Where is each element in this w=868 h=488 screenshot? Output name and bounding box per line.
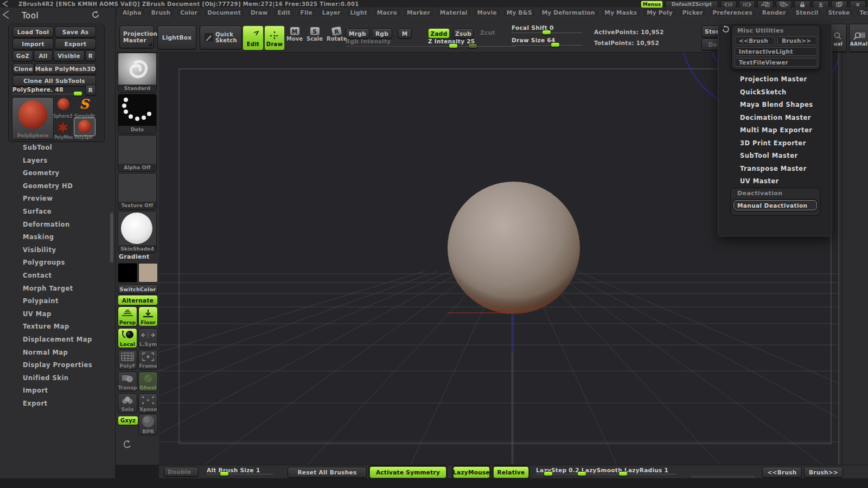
- misc-brush-prev-button[interactable]: <<Brush: [735, 36, 775, 45]
- brush-selector[interactable]: Standard: [118, 53, 157, 93]
- zplugin-item[interactable]: Maya Blend Shapes: [718, 99, 832, 112]
- zplugin-item[interactable]: 3D Print Exporter: [718, 137, 832, 150]
- thumb-simplebrush[interactable]: S: [75, 96, 93, 111]
- restore-icon[interactable]: [831, 1, 847, 8]
- all-button[interactable]: All: [34, 50, 53, 61]
- menu-item[interactable]: Texture: [856, 8, 868, 17]
- menus-button[interactable]: Menus: [641, 1, 663, 8]
- floor-button[interactable]: Floor: [138, 306, 158, 326]
- gxyz-button[interactable]: Gxyz: [118, 416, 138, 425]
- zsub-button[interactable]: Zsub: [453, 28, 474, 38]
- tool-subpalette-item[interactable]: Masking: [0, 231, 108, 244]
- menu-item[interactable]: My Masks: [601, 8, 642, 17]
- tool-scrollbar[interactable]: [110, 213, 113, 262]
- menu-item[interactable]: Picker: [678, 8, 707, 17]
- transp-button[interactable]: Transp: [118, 371, 137, 391]
- lock-icon[interactable]: [794, 1, 810, 8]
- dropdown-refresh-icon[interactable]: [722, 25, 730, 33]
- move-button[interactable]: M Move: [286, 27, 303, 42]
- double-button[interactable]: Double: [164, 467, 199, 477]
- slider-r-button[interactable]: R: [85, 85, 96, 95]
- load-tool-button[interactable]: Load Tool: [12, 27, 54, 37]
- back-color-swatch[interactable]: [138, 263, 158, 282]
- alpha-selector[interactable]: Alpha Off: [118, 135, 157, 172]
- zplugin-item[interactable]: QuickSketch: [718, 86, 832, 99]
- draw-size-slider[interactable]: Draw Size 64: [512, 37, 582, 46]
- lazy-sliders[interactable]: LazyStep 0.2 LazySmooth LazyRadius 1: [536, 467, 676, 474]
- scroll-left-icon[interactable]: [720, 1, 737, 8]
- bpr-button[interactable]: BPR: [138, 414, 158, 435]
- thumb-sphere3[interactable]: [55, 98, 72, 112]
- clone-all-subtools-button[interactable]: Clone All SubTools: [12, 75, 96, 86]
- tool-subpalette-item[interactable]: Displacement Map: [0, 333, 108, 346]
- lightbox-button[interactable]: LightBox: [157, 25, 196, 49]
- zplugin-item[interactable]: Transpose Master: [718, 163, 832, 176]
- lazysmooth-handle[interactable]: [577, 471, 586, 476]
- rgb-button[interactable]: Rgb: [372, 28, 392, 38]
- tool-subpalette-item[interactable]: Layers: [0, 155, 108, 168]
- menu-item[interactable]: My Poly: [642, 8, 677, 17]
- tool-subpalette-item[interactable]: Morph Target: [0, 282, 108, 296]
- menu-item[interactable]: Alpha: [118, 8, 146, 17]
- menu-item[interactable]: Stencil: [792, 8, 823, 17]
- tool-subpalette-item[interactable]: Geometry: [0, 167, 108, 180]
- interactive-light-button[interactable]: InteractiveLight: [735, 47, 818, 56]
- zcut-button[interactable]: Zcut: [480, 29, 495, 36]
- ghost-button[interactable]: Ghost: [138, 371, 158, 391]
- menu-item[interactable]: Layer: [318, 8, 345, 17]
- tool-subpalette-item[interactable]: Geometry HD: [0, 180, 108, 193]
- rotate-button[interactable]: R Rotate: [327, 27, 346, 42]
- menu-item[interactable]: Render: [758, 8, 790, 17]
- relative-button[interactable]: Relative: [493, 466, 529, 478]
- focal-shift-handle[interactable]: [542, 30, 551, 35]
- zplugin-item[interactable]: UV Master: [718, 175, 832, 188]
- draw-button[interactable]: Draw: [264, 25, 285, 50]
- tool-item-slider[interactable]: PolySphere. 48: [12, 86, 82, 94]
- menu-item[interactable]: Light: [346, 8, 371, 17]
- clone-button[interactable]: Clone: [12, 63, 34, 74]
- menu-item[interactable]: Marker: [403, 8, 435, 17]
- export-button[interactable]: Export: [55, 38, 96, 49]
- quick-sketch-button[interactable]: Quick Sketch: [200, 25, 242, 49]
- polyf-button[interactable]: PolyF: [118, 350, 137, 370]
- tool-subpalette-item[interactable]: Export: [0, 397, 108, 410]
- switch-color-button[interactable]: SwitchColor: [118, 285, 158, 294]
- tool-subpalette-item[interactable]: Normal Map: [0, 346, 108, 359]
- tool-subpalette-item[interactable]: Texture Map: [0, 320, 108, 333]
- tool-subpalette-item[interactable]: Polygroups: [0, 256, 108, 269]
- menu-item[interactable]: Brush: [147, 8, 175, 17]
- front-color-swatch[interactable]: [118, 263, 137, 282]
- prev-document-icon[interactable]: [757, 1, 774, 8]
- alt-brush-size-slider[interactable]: Alt Brush Size 1: [207, 467, 273, 474]
- current-tool-thumbnail[interactable]: PolySphere: [12, 97, 54, 139]
- tool-subpalette-item[interactable]: Import: [0, 384, 108, 397]
- zplugin-item[interactable]: Projection Master: [718, 73, 832, 86]
- menu-item[interactable]: Preferences: [709, 8, 757, 17]
- tool-subpalette-item[interactable]: Polypaint: [0, 295, 108, 308]
- persp-button[interactable]: Persp: [118, 306, 137, 326]
- text-file-viewer-button[interactable]: TextFileViewer: [735, 58, 818, 67]
- menu-item[interactable]: Macro: [373, 8, 401, 17]
- menu-item[interactable]: My Deformation: [538, 8, 599, 17]
- reset-all-brushes-button[interactable]: Reset All Brushes: [288, 467, 367, 478]
- tool-refresh-icon[interactable]: [91, 10, 100, 19]
- r-button[interactable]: R: [85, 50, 96, 61]
- frame-button[interactable]: Frame: [138, 350, 158, 370]
- zplugin-item[interactable]: SubTool Master: [718, 150, 832, 163]
- tool-subpalette-item[interactable]: Display Properties: [0, 359, 108, 372]
- zplugin-item[interactable]: Multi Map Exporter: [718, 124, 832, 137]
- lazystep-handle[interactable]: [544, 471, 553, 476]
- misc-brush-next-button[interactable]: Brush>>: [777, 36, 818, 45]
- lsym-button[interactable]: L.Sym: [138, 328, 158, 348]
- material-selector[interactable]: SkinShade4: [118, 211, 157, 253]
- thumb-polysphere-selected[interactable]: [74, 118, 95, 136]
- menu-item[interactable]: Stroke: [824, 8, 854, 17]
- tool-subpalette-item[interactable]: Surface: [0, 206, 108, 219]
- aahalf-button[interactable]: AAHalf: [849, 24, 868, 52]
- xpose-button[interactable]: Xpose: [138, 393, 158, 413]
- tool-item-handle[interactable]: [73, 91, 82, 96]
- right-tray-divider[interactable]: [838, 53, 868, 465]
- tool-subpalette-item[interactable]: UV Map: [0, 308, 108, 321]
- scale-button[interactable]: S Scale: [306, 27, 323, 42]
- tool-subpalette-item[interactable]: Visibility: [0, 244, 108, 257]
